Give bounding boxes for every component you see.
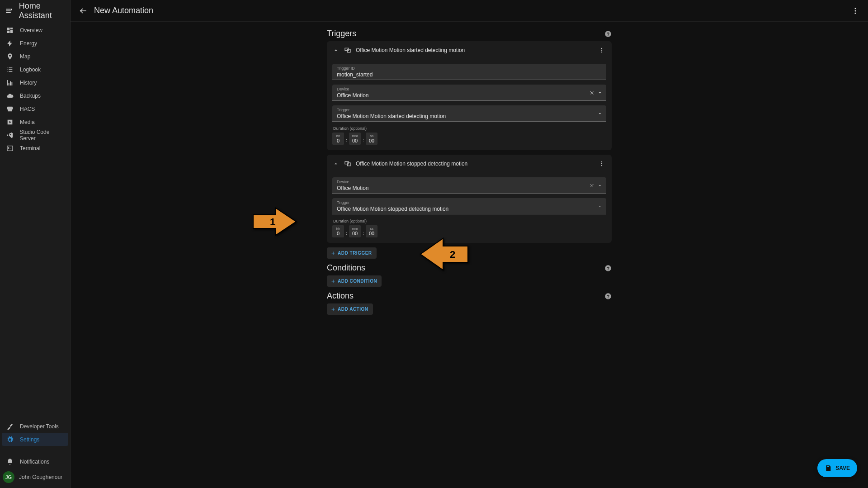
trigger-card-header: Office Motion Motion stopped detecting m… xyxy=(327,155,612,173)
list-icon xyxy=(5,66,15,73)
duration-input[interactable]: hh0 : mm00 : ss00 xyxy=(332,225,606,237)
sidebar-item-label: Map xyxy=(20,53,30,60)
field-label: Device xyxy=(337,180,602,184)
sidebar-item-label: Overview xyxy=(20,27,42,33)
device-icon xyxy=(343,159,352,168)
field-value: Office Motion Motion stopped detecting m… xyxy=(337,206,602,212)
sidebar-item-backups[interactable]: Backups xyxy=(0,89,70,102)
svg-text:2: 2 xyxy=(450,249,455,260)
trigger-id-field[interactable]: Trigger ID motion_started xyxy=(332,64,606,80)
chevron-up-icon[interactable] xyxy=(331,159,340,168)
chevron-down-icon[interactable] xyxy=(597,204,603,209)
chevron-down-icon[interactable] xyxy=(597,183,603,188)
chevron-down-icon[interactable] xyxy=(597,111,603,116)
add-action-button[interactable]: + ADD ACTION xyxy=(327,303,373,315)
sidebar-item-logbook[interactable]: Logbook xyxy=(0,63,70,76)
duration-hh[interactable]: hh0 xyxy=(332,225,344,237)
wrench-icon xyxy=(5,423,15,430)
sidebar-item-label: Media xyxy=(20,119,35,125)
sidebar-user[interactable]: JG John Goughenour xyxy=(0,468,70,486)
store-icon xyxy=(5,105,15,113)
sidebar-item-label: Backups xyxy=(20,93,41,99)
bell-icon xyxy=(5,458,15,465)
map-icon xyxy=(5,53,15,60)
sidebar-item-settings[interactable]: Settings xyxy=(2,433,68,446)
help-icon[interactable] xyxy=(604,293,612,300)
svg-point-2 xyxy=(855,12,856,14)
duration-input[interactable]: hh0 : mm00 : ss00 xyxy=(332,133,606,145)
sidebar-item-map[interactable]: Map xyxy=(0,50,70,63)
trigger-card: Office Motion Motion started detecting m… xyxy=(327,41,612,150)
save-button[interactable]: SAVE xyxy=(817,459,857,477)
plus-icon: + xyxy=(331,278,335,284)
device-icon xyxy=(343,46,352,55)
duration-hh[interactable]: hh0 xyxy=(332,133,344,145)
terminal-icon xyxy=(5,145,15,152)
svg-point-11 xyxy=(601,163,602,164)
help-icon[interactable] xyxy=(604,265,612,272)
section-triggers: Triggers Office Motion Motion started de… xyxy=(327,29,612,259)
sidebar-item-devtools[interactable]: Developer Tools xyxy=(0,420,70,433)
dashboard-icon xyxy=(5,27,15,34)
duration-ss[interactable]: ss00 xyxy=(366,133,377,145)
sidebar-item-label: Logbook xyxy=(20,66,41,73)
sidebar-item-terminal[interactable]: Terminal xyxy=(0,142,70,155)
hamburger-menu-icon[interactable] xyxy=(5,5,14,16)
field-label: Trigger ID xyxy=(337,66,602,71)
user-name: John Goughenour xyxy=(19,474,62,480)
add-trigger-button[interactable]: + ADD TRIGGER xyxy=(327,247,377,259)
sidebar-item-media[interactable]: Media xyxy=(0,115,70,128)
field-value: Office Motion xyxy=(337,185,602,191)
field-value: motion_started xyxy=(337,71,602,78)
sidebar-item-overview[interactable]: Overview xyxy=(0,24,70,37)
device-field[interactable]: Device Office Motion xyxy=(332,85,606,101)
duration-mm[interactable]: mm00 xyxy=(349,225,361,237)
duration-mm[interactable]: mm00 xyxy=(349,133,361,145)
svg-text:1: 1 xyxy=(270,216,275,227)
section-actions: Actions + ADD ACTION xyxy=(327,291,612,315)
sidebar-list: Overview Energy Map Logbook History Back… xyxy=(0,22,70,420)
bolt-icon xyxy=(5,40,15,47)
field-value: Office Motion Motion started detecting m… xyxy=(337,113,602,119)
add-condition-button[interactable]: + ADD CONDITION xyxy=(327,275,382,287)
field-label: Trigger xyxy=(337,108,602,112)
chevron-up-icon[interactable] xyxy=(331,46,340,55)
sidebar-item-label: Energy xyxy=(20,40,37,47)
sidebar-item-hacs[interactable]: HACS xyxy=(0,102,70,115)
svg-point-7 xyxy=(601,52,602,52)
vscode-icon xyxy=(5,132,15,139)
device-field[interactable]: Device Office Motion xyxy=(332,177,606,194)
clear-icon[interactable] xyxy=(589,183,594,188)
save-icon xyxy=(825,464,832,472)
clear-icon[interactable] xyxy=(589,90,594,95)
chevron-down-icon[interactable] xyxy=(597,90,603,95)
duration-ss[interactable]: ss00 xyxy=(366,225,377,237)
field-label: Device xyxy=(337,87,602,91)
avatar: JG xyxy=(3,471,14,483)
duration-label: Duration (optional) xyxy=(333,126,606,131)
topbar: New Automation xyxy=(71,0,868,22)
trigger-field[interactable]: Trigger Office Motion Motion started det… xyxy=(332,105,606,122)
cloud-icon xyxy=(5,92,15,99)
back-button[interactable] xyxy=(76,4,90,18)
sidebar-item-label: Studio Code Server xyxy=(19,129,66,142)
sidebar-header: Home Assistant xyxy=(0,0,70,22)
sidebar-item-history[interactable]: History xyxy=(0,76,70,89)
trigger-field[interactable]: Trigger Office Motion Motion stopped det… xyxy=(332,198,606,214)
help-icon[interactable] xyxy=(604,30,612,38)
sidebar-item-label: Settings xyxy=(20,436,39,443)
trigger-overflow-menu[interactable] xyxy=(596,158,607,169)
trigger-overflow-menu[interactable] xyxy=(596,45,607,56)
svg-point-5 xyxy=(601,48,602,49)
sidebar-item-studio-code[interactable]: Studio Code Server xyxy=(0,128,70,142)
plus-icon: + xyxy=(331,306,335,312)
page-overflow-menu[interactable] xyxy=(848,4,863,18)
sidebar-item-notifications[interactable]: Notifications xyxy=(0,455,70,468)
svg-marker-15 xyxy=(420,238,468,270)
sidebar-item-label: History xyxy=(20,80,37,86)
app-title: Home Assistant xyxy=(19,1,66,20)
svg-point-12 xyxy=(601,165,602,166)
trigger-card-title: Office Motion Motion stopped detecting m… xyxy=(356,161,467,167)
sidebar-item-label: Developer Tools xyxy=(20,423,59,430)
sidebar-item-energy[interactable]: Energy xyxy=(0,37,70,50)
